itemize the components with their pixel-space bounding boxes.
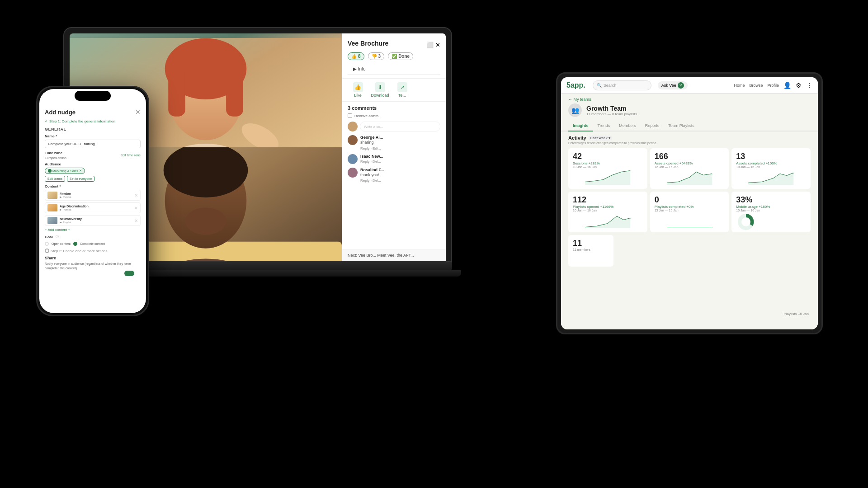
nav-links: Home Browse Profile 👤 ⚙ ⋮ <box>734 82 812 89</box>
content-label: Content * <box>45 184 141 188</box>
stat-period-playlists-completed: 13 Jan — 16 Jan <box>655 209 725 212</box>
period-badge[interactable]: Last week ▾ <box>589 136 612 141</box>
content-item-1: #metoo ▶ Playlist ✕ <box>45 190 141 201</box>
tablet-main: ← My teams 👥 Growth Team 11 members — 0 … <box>561 94 818 329</box>
share-action[interactable]: ↗ Te... <box>392 82 412 98</box>
more-icon[interactable]: ⋮ <box>806 82 812 89</box>
phone-header: Add nudge ✕ <box>45 108 141 116</box>
ask-vee-btn[interactable]: Ask Vee V <box>658 81 688 89</box>
playlists-date-label: Playlists 16 Jan <box>783 312 809 316</box>
audience-chips: Marketing & Sales ✕ <box>45 168 141 174</box>
comment-text-3: thank you!... <box>360 173 440 178</box>
goal-label: Goal <box>45 235 53 239</box>
logo-app: app. <box>571 81 585 89</box>
stat-change-assets-opened: Assets opened +5433% <box>655 161 725 165</box>
stat-value-playlists-completed: 0 <box>655 195 725 205</box>
members-label: 11 members <box>573 248 609 251</box>
content-info-2: Age Discrimination ▶ Playlist <box>60 205 132 211</box>
content-remove-1[interactable]: ✕ <box>134 193 138 198</box>
sparkline-assets-completed <box>736 169 806 185</box>
phone-notch <box>75 91 111 101</box>
audience-actions: Edit teams Set to everyone <box>45 176 141 182</box>
comment-name-1: George Ai... <box>360 135 440 140</box>
comments-title: 3 comments <box>348 105 440 111</box>
content-remove-2[interactable]: ✕ <box>134 206 138 211</box>
stat-period-mobile-usage: 10 Jan — 16 Jan <box>736 209 806 212</box>
name-input[interactable]: Complete your DEIB Training <box>45 140 141 148</box>
nav-profile[interactable]: Profile <box>767 83 779 88</box>
set-everyone-button[interactable]: Set to everyone <box>67 176 94 182</box>
edit-timezone-link[interactable]: Edit time zone <box>121 154 141 157</box>
tab-insights[interactable]: Insights <box>568 121 593 131</box>
stat-card-sessions: 42 Sessions +282% 10 Jan — 16 Jan <box>568 148 647 189</box>
stat-card-playlists-completed: 0 Playlists completed +0% 13 Jan — 16 Ja… <box>650 192 729 232</box>
nav-browse[interactable]: Browse <box>749 83 763 88</box>
name-field-label: Name * <box>45 134 141 138</box>
check-step1: ✓ <box>45 119 48 123</box>
tablet-screen: 5app. 🔍 Search Ask Vee V Home Browse Pro… <box>561 77 818 329</box>
share-toggle[interactable] <box>124 271 134 276</box>
tab-members[interactable]: Members <box>614 121 641 131</box>
comment-avatar-1 <box>348 135 358 145</box>
team-name: Growth Team <box>586 105 811 112</box>
checkbox-receive[interactable] <box>348 113 352 118</box>
sparkline-assets-opened <box>655 169 725 185</box>
content-item-2: Age Discrimination ▶ Playlist ✕ <box>45 202 141 213</box>
panel-next: Next: Vee Bro... Meet Vee, the AI-T... <box>342 249 446 261</box>
profile-avatar-icon: 👤 <box>783 82 791 89</box>
phone-screen: Add nudge ✕ ✓ Step 1: Complete the gener… <box>39 89 146 313</box>
chip-dot <box>48 169 52 173</box>
search-bar[interactable]: 🔍 Search <box>593 80 651 90</box>
breadcrumb[interactable]: ← My teams <box>561 94 818 103</box>
comment-actions-1[interactable]: Reply · Edi... <box>360 146 440 150</box>
tab-trends[interactable]: Trends <box>593 121 615 131</box>
panel-meta: 👍 8 👎 3 ✅ Done <box>348 52 440 60</box>
check-icon: ✅ <box>392 54 397 59</box>
stat-value-mobile-usage: 33% <box>736 195 806 205</box>
tablet-device: 5app. 🔍 Search Ask Vee V Home Browse Pro… <box>556 72 823 334</box>
stat-period-assets-opened: 12 Jan — 16 Jan <box>655 165 725 169</box>
comment-name-3: Rosalind F... <box>360 168 440 172</box>
chip-remove[interactable]: ✕ <box>79 169 82 173</box>
content-name-1: #metoo <box>60 192 132 195</box>
tab-reports[interactable]: Reports <box>641 121 664 131</box>
audience-label: Audience <box>45 162 141 166</box>
circle-step2 <box>45 249 49 253</box>
sparkline-playlists-opened <box>573 212 643 228</box>
radio-complete[interactable] <box>73 242 77 246</box>
nav-home[interactable]: Home <box>734 83 745 88</box>
dislike-button[interactable]: 👎 3 <box>368 52 385 60</box>
content-panel: Vee Brochure ⬜ ✕ 👍 8 <box>342 33 446 261</box>
info-icon-goal: ⓘ <box>56 235 59 239</box>
comment-input[interactable]: Write a co... <box>360 122 440 131</box>
done-button[interactable]: ✅ Done <box>388 52 413 60</box>
bottom-row: 11 11 members <box>568 235 811 267</box>
stat-card-assets-opened: 166 Assets opened +5433% 12 Jan — 16 Jan <box>650 148 729 189</box>
scene: Vee Brochure ⬜ ✕ 👍 8 <box>0 0 868 488</box>
share-icon[interactable]: ⬜ <box>426 42 434 48</box>
comment-content-3: Rosalind F... thank you!... Reply · Del.… <box>360 168 440 183</box>
add-content-button[interactable]: + Add content + <box>45 228 141 232</box>
share-action-icon: ↗ <box>397 82 407 92</box>
sparkline-playlists-completed <box>655 212 725 228</box>
comment-actions-2[interactable]: Reply · Del... <box>360 160 440 164</box>
comment-item-2: Isaac New... Reply · Del... <box>348 154 440 164</box>
activity-note: Percentages reflect changes compared to … <box>568 141 811 145</box>
download-action[interactable]: ⬇ Download <box>370 82 390 98</box>
stat-card-playlists-opened: 112 Playlists opened +1166% 10 Jan — 16 … <box>568 192 647 232</box>
like-action[interactable]: 👍 Like <box>348 82 368 98</box>
phone-close-button[interactable]: ✕ <box>135 108 141 116</box>
comment-actions-3[interactable]: Reply · Del... <box>360 178 440 183</box>
tab-team-playlists[interactable]: Team Playlists <box>664 121 699 131</box>
logo-number: 5 <box>566 81 571 89</box>
settings-icon[interactable]: ⚙ <box>796 82 802 89</box>
radio-open[interactable] <box>45 242 49 246</box>
edit-teams-button[interactable]: Edit teams <box>45 176 65 182</box>
content-remove-3[interactable]: ✕ <box>134 218 138 223</box>
thumb-up-icon: 👍 <box>351 54 357 59</box>
content-type-2: ▶ Playlist <box>60 208 132 211</box>
like-button[interactable]: 👍 8 <box>348 52 364 60</box>
close-icon[interactable]: ✕ <box>435 42 440 48</box>
content-type-1: ▶ Playlist <box>60 195 132 198</box>
info-row[interactable]: ▶ Info <box>348 64 440 75</box>
